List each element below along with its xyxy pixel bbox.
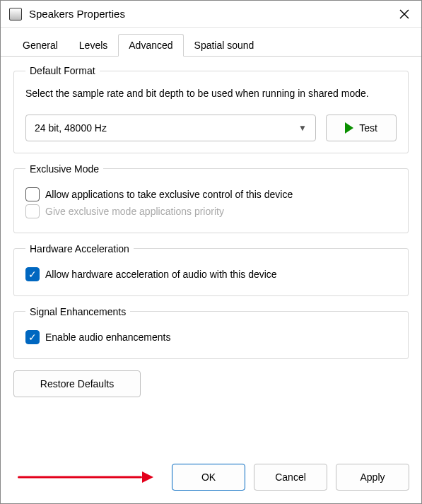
exclusive-mode-legend: Exclusive Mode: [25, 163, 103, 175]
ok-button[interactable]: OK: [172, 464, 245, 491]
ok-button-label: OK: [201, 471, 216, 483]
allow-exclusive-checkbox[interactable]: [25, 187, 40, 201]
restore-defaults-label: Restore Defaults: [40, 378, 114, 389]
chevron-down-icon: ▼: [298, 123, 307, 133]
titlebar: Speakers Properties: [1, 1, 421, 28]
sample-rate-select[interactable]: 24 bit, 48000 Hz ▼: [25, 115, 316, 141]
allow-hw-accel-label: Allow hardware acceleration of audio wit…: [45, 269, 277, 280]
speaker-icon: [9, 8, 22, 20]
default-format-legend: Default Format: [25, 65, 100, 76]
tab-content: Default Format Select the sample rate an…: [1, 57, 421, 464]
apply-button-label: Apply: [360, 471, 385, 483]
test-button[interactable]: Test: [326, 115, 397, 141]
allow-exclusive-label: Allow applications to take exclusive con…: [45, 189, 293, 200]
tab-spatial-sound[interactable]: Spatial sound: [184, 34, 265, 57]
tab-general[interactable]: General: [12, 34, 69, 57]
hardware-acceleration-group: Hardware Acceleration ✓ Allow hardware a…: [13, 243, 409, 296]
enable-enhancements-label: Enable audio enhancements: [45, 332, 170, 343]
annotation-arrow: [13, 469, 155, 485]
exclusive-priority-checkbox: [25, 204, 40, 218]
enable-enhancements-checkbox[interactable]: ✓: [25, 330, 40, 344]
hardware-acceleration-legend: Hardware Acceleration: [25, 243, 134, 254]
allow-hw-accel-checkbox[interactable]: ✓: [25, 267, 40, 281]
restore-defaults-button[interactable]: Restore Defaults: [13, 370, 141, 397]
signal-enhancements-legend: Signal Enhancements: [25, 306, 130, 317]
cancel-button-label: Cancel: [275, 471, 306, 483]
close-button[interactable]: [394, 4, 414, 24]
tab-advanced[interactable]: Advanced: [118, 34, 183, 57]
cancel-button[interactable]: Cancel: [254, 464, 327, 491]
default-format-description: Select the sample rate and bit depth to …: [25, 86, 397, 102]
sample-rate-value: 24 bit, 48000 Hz: [35, 122, 107, 134]
exclusive-priority-label: Give exclusive mode applications priorit…: [45, 206, 224, 217]
apply-button[interactable]: Apply: [336, 464, 409, 491]
signal-enhancements-group: Signal Enhancements ✓ Enable audio enhan…: [13, 306, 409, 359]
tab-levels[interactable]: Levels: [69, 34, 118, 57]
dialog-footer: OK Cancel Apply: [1, 464, 421, 503]
test-button-label: Test: [359, 122, 377, 134]
default-format-group: Default Format Select the sample rate an…: [13, 65, 409, 153]
close-icon: [399, 9, 409, 19]
window-title: Speakers Properties: [29, 8, 394, 20]
exclusive-mode-group: Exclusive Mode Allow applications to tak…: [13, 163, 409, 233]
tab-strip: General Levels Advanced Spatial sound: [1, 28, 421, 57]
properties-window: Speakers Properties General Levels Advan…: [0, 0, 422, 504]
play-icon: [345, 122, 353, 134]
